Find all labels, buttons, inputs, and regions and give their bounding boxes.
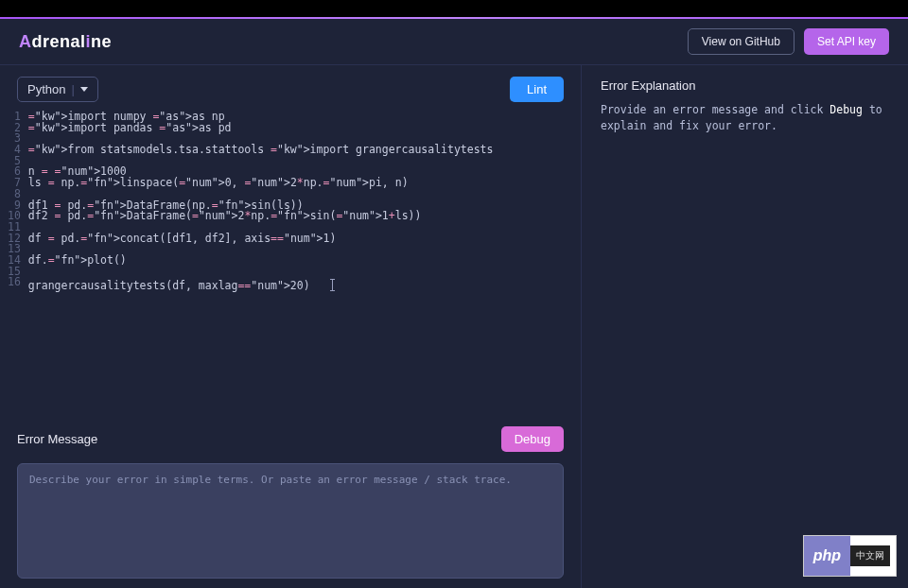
language-dropdown[interactable]: Python | [17, 77, 98, 102]
code-line[interactable]: ="kw">from statsmodels.tsa.stattools ="k… [28, 145, 494, 156]
code-content[interactable]: ="kw">import numpy ="as">as np="kw">impo… [28, 112, 494, 288]
lint-button[interactable]: Lint [510, 77, 564, 102]
logo-accent-1: A [19, 32, 32, 51]
left-panel: Python | Lint 12345678910111213141516 ="… [0, 65, 582, 588]
explanation-title: Error Explanation [601, 78, 889, 93]
error-message-header: Error Message Debug [17, 426, 564, 452]
php-badge-text: php [804, 536, 850, 576]
window-top-bar [0, 0, 908, 17]
editor-section: Python | Lint 12345678910111213141516 ="… [0, 65, 581, 415]
language-label: Python [27, 82, 65, 96]
line-gutter: 12345678910111213141516 [8, 112, 28, 288]
explanation-text: Provide an error message and click Debug… [601, 102, 889, 135]
code-line[interactable]: ="kw">import pandas ="as">as pd [28, 123, 494, 134]
line-number: 16 [8, 277, 21, 288]
code-editor[interactable]: 12345678910111213141516 ="kw">import num… [0, 112, 581, 288]
code-line[interactable]: df = pd.="fn">concat([df1, df2], axis=="… [28, 233, 494, 245]
set-api-key-button[interactable]: Set API key [804, 28, 889, 55]
header-buttons: View on GitHub Set API key [688, 28, 889, 55]
chevron-down-icon [80, 87, 88, 92]
code-line[interactable]: df2 = pd.="fn">DataFrame(="num">2*np.="f… [28, 211, 494, 222]
debug-button[interactable]: Debug [501, 426, 564, 452]
code-line[interactable]: ls = np.="fn">linspace(="num">0, ="num">… [28, 178, 494, 189]
error-message-title: Error Message [17, 432, 97, 446]
code-line[interactable]: df.="fn">plot() [28, 255, 494, 267]
error-message-section: Error Message Debug [0, 415, 581, 588]
app-header: Adrenaline View on GitHub Set API key [0, 19, 908, 65]
code-line[interactable] [28, 267, 494, 278]
php-watermark-badge: php 中文网 [803, 535, 897, 577]
error-message-input[interactable] [17, 463, 564, 579]
right-panel: Error Explanation Provide an error messa… [582, 65, 908, 588]
text-cursor-icon [329, 279, 336, 291]
php-badge-cn: 中文网 [850, 545, 890, 566]
dropdown-divider: | [71, 82, 74, 96]
main-area: Python | Lint 12345678910111213141516 ="… [0, 65, 908, 588]
editor-toolbar: Python | Lint [0, 65, 581, 112]
code-line[interactable]: grangercausalitytests(df, maxlag=="num">… [28, 277, 494, 288]
view-github-button[interactable]: View on GitHub [688, 28, 794, 55]
app-logo: Adrenaline [19, 32, 112, 52]
